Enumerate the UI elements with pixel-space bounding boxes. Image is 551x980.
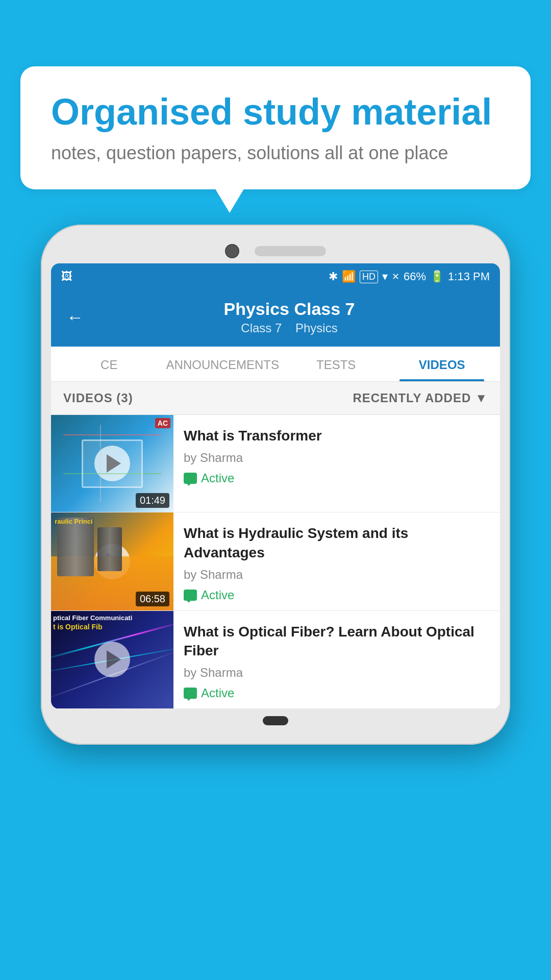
sort-dropdown[interactable]: RECENTLY ADDED ▼: [353, 391, 488, 405]
wifi-icon: ▾: [382, 270, 388, 283]
active-badge-1: Active: [184, 471, 490, 485]
phone-outer: 🖼 ✱ 📶 HD ▾ ✕ 66% 🔋 1:13 PM ← Physics Cla…: [41, 225, 510, 745]
chevron-down-icon: ▼: [475, 391, 488, 405]
video-thumbnail-1: AC 01:49: [51, 415, 173, 512]
video-item-transformer[interactable]: AC 01:49 What is Transformer by Sharma A…: [51, 415, 500, 512]
back-button[interactable]: ←: [66, 307, 84, 327]
video-author-3: by Sharma: [184, 666, 490, 680]
home-button[interactable]: [263, 716, 288, 725]
speech-bubble-subtitle: notes, question papers, solutions all at…: [51, 142, 500, 164]
network-icon: ✕: [392, 271, 399, 282]
video-info-3: What is Optical Fiber? Learn About Optic…: [173, 611, 500, 709]
battery-percent: 66%: [404, 270, 426, 283]
video-author-1: by Sharma: [184, 451, 490, 465]
header-subtitle: Class 7 Physics: [94, 321, 485, 335]
header-subject: Physics: [295, 321, 338, 335]
chat-icon-1: [184, 473, 197, 484]
video-title-3: What is Optical Fiber? Learn About Optic…: [184, 622, 490, 661]
bluetooth-icon: ✱: [329, 270, 338, 283]
video-title-1: What is Transformer: [184, 426, 490, 446]
tab-tests[interactable]: TESTS: [283, 347, 389, 381]
phone-bottom-bar: [51, 709, 500, 734]
active-label-3: Active: [201, 686, 234, 700]
image-icon: 🖼: [61, 270, 72, 283]
active-label-2: Active: [201, 588, 234, 602]
video-duration-1: 01:49: [136, 493, 169, 508]
header-title-block: Physics Class 7 Class 7 Physics: [94, 299, 485, 335]
video-item-hydraulic[interactable]: raulic Princi 06:58 What is Hydraulic Sy…: [51, 512, 500, 611]
video-title-2: What is Hydraulic System and its Advanta…: [184, 524, 490, 562]
chat-icon-2: [184, 590, 197, 601]
phone-camera: [225, 244, 239, 258]
video-thumbnail-3: ptical Fiber Communicati t is Optical Fi…: [51, 611, 173, 709]
video-info-2: What is Hydraulic System and its Advanta…: [173, 512, 500, 610]
videos-count: VIDEOS (3): [63, 391, 133, 405]
status-bar: 🖼 ✱ 📶 HD ▾ ✕ 66% 🔋 1:13 PM: [51, 263, 500, 290]
video-duration-2: 06:58: [136, 592, 169, 606]
video-list: AC 01:49 What is Transformer by Sharma A…: [51, 415, 500, 709]
phone-speaker: [255, 246, 326, 256]
battery-icon: 🔋: [430, 270, 444, 283]
video-info-1: What is Transformer by Sharma Active: [173, 415, 500, 512]
tab-videos[interactable]: VIDEOS: [389, 347, 495, 381]
phone-mockup: 🖼 ✱ 📶 HD ▾ ✕ 66% 🔋 1:13 PM ← Physics Cla…: [41, 225, 510, 980]
videos-section-header: VIDEOS (3) RECENTLY ADDED ▼: [51, 382, 500, 415]
video-item-fiber[interactable]: ptical Fiber Communicati t is Optical Fi…: [51, 611, 500, 709]
speech-bubble-title: Organised study material: [51, 92, 500, 132]
header-title: Physics Class 7: [94, 299, 485, 319]
tab-ce[interactable]: CE: [56, 347, 162, 381]
active-label-1: Active: [201, 471, 234, 485]
header-class: Class 7: [241, 321, 282, 335]
video-author-2: by Sharma: [184, 568, 490, 582]
time: 1:13 PM: [448, 270, 490, 283]
hd-badge: HD: [360, 271, 378, 283]
video-thumbnail-2: raulic Princi 06:58: [51, 512, 173, 610]
app-header: ← Physics Class 7 Class 7 Physics: [51, 290, 500, 347]
speech-bubble: Organised study material notes, question…: [20, 66, 531, 189]
tab-bar: CE ANNOUNCEMENTS TESTS VIDEOS: [51, 347, 500, 382]
signal-icon: 📶: [342, 270, 356, 283]
phone-top-bar: [51, 235, 500, 263]
status-left-icons: 🖼: [61, 270, 73, 283]
active-badge-2: Active: [184, 588, 490, 602]
phone-screen: 🖼 ✱ 📶 HD ▾ ✕ 66% 🔋 1:13 PM ← Physics Cla…: [51, 263, 500, 709]
status-right: ✱ 📶 HD ▾ ✕ 66% 🔋 1:13 PM: [329, 270, 490, 283]
play-button-3[interactable]: [94, 642, 130, 677]
chat-icon-3: [184, 688, 197, 699]
tab-announcements[interactable]: ANNOUNCEMENTS: [162, 347, 283, 381]
active-badge-3: Active: [184, 686, 490, 700]
sort-label: RECENTLY ADDED: [353, 391, 471, 405]
